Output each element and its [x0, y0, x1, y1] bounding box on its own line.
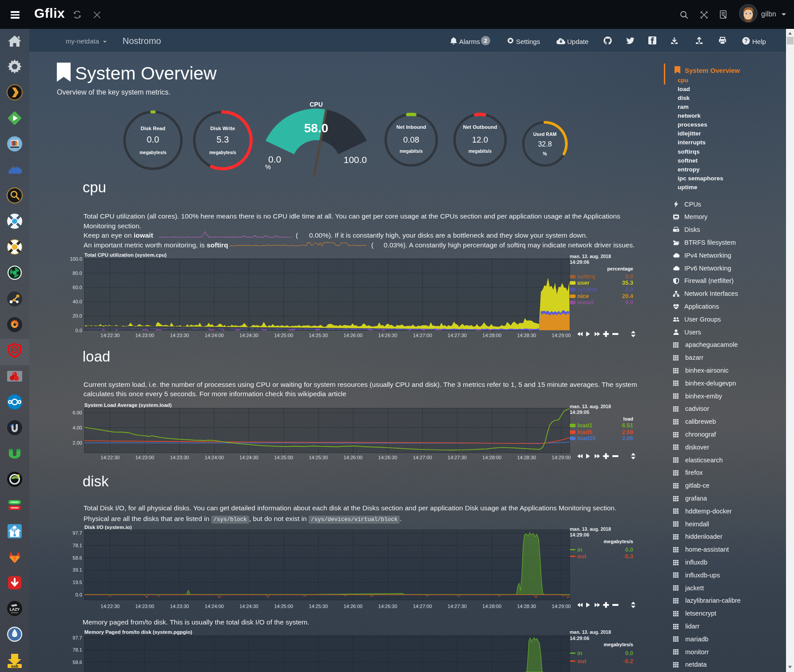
svg-text:58.6: 58.6	[73, 555, 82, 561]
svg-text:14:28:30: 14:28:30	[517, 604, 536, 609]
svg-text:14:29:00: 14:29:00	[552, 333, 571, 338]
svg-text:14:25:00: 14:25:00	[274, 333, 293, 338]
svg-text:80.0: 80.0	[73, 270, 82, 276]
svg-text:20.0: 20.0	[73, 313, 82, 318]
svg-text:14:26:30: 14:26:30	[378, 604, 397, 609]
svg-text:14:28:30: 14:28:30	[517, 333, 536, 338]
svg-text:78.1: 78.1	[73, 543, 82, 548]
svg-text:14:22:30: 14:22:30	[101, 455, 120, 460]
svg-text:4.00: 4.00	[73, 425, 82, 430]
svg-text:14:29:00: 14:29:00	[552, 455, 571, 460]
svg-text:14:27:30: 14:27:30	[448, 604, 467, 609]
svg-text:14:29:00: 14:29:00	[552, 604, 571, 609]
svg-text:14:26:00: 14:26:00	[344, 604, 363, 609]
svg-text:14:28:00: 14:28:00	[482, 604, 501, 609]
svg-text:14:24:00: 14:24:00	[205, 604, 224, 609]
svg-text:14:25:30: 14:25:30	[309, 333, 328, 338]
svg-text:2.00: 2.00	[73, 440, 82, 445]
svg-text:14:24:30: 14:24:30	[239, 455, 258, 460]
svg-text:14:22:30: 14:22:30	[101, 604, 120, 609]
svg-text:19.5: 19.5	[73, 580, 82, 585]
svg-text:6.00: 6.00	[73, 410, 82, 415]
svg-text:14:25:00: 14:25:00	[274, 455, 293, 460]
svg-text:60.0: 60.0	[73, 285, 82, 290]
svg-text:14:24:00: 14:24:00	[205, 455, 224, 460]
svg-text:14:24:00: 14:24:00	[205, 333, 224, 338]
svg-text:14:23:00: 14:23:00	[135, 333, 155, 338]
svg-text:100.0: 100.0	[70, 256, 82, 262]
svg-text:14:28:30: 14:28:30	[517, 455, 536, 460]
svg-text:14:27:30: 14:27:30	[448, 455, 467, 460]
svg-text:14:25:30: 14:25:30	[309, 455, 328, 460]
svg-text:78.1: 78.1	[73, 647, 82, 652]
svg-text:14:28:00: 14:28:00	[482, 455, 501, 460]
svg-text:0.0: 0.0	[75, 592, 82, 597]
svg-text:14:23:30: 14:23:30	[170, 604, 189, 609]
svg-text:14:24:30: 14:24:30	[239, 333, 258, 338]
svg-text:0.0: 0.0	[75, 328, 82, 333]
svg-text:14:23:30: 14:23:30	[170, 333, 189, 338]
svg-text:14:23:00: 14:23:00	[135, 455, 155, 460]
svg-text:14:26:00: 14:26:00	[344, 333, 363, 338]
svg-text:14:25:00: 14:25:00	[274, 604, 293, 609]
svg-text:14:24:30: 14:24:30	[239, 604, 258, 609]
svg-text:14:26:00: 14:26:00	[344, 455, 363, 460]
svg-text:14:28:00: 14:28:00	[482, 333, 501, 338]
svg-text:14:26:30: 14:26:30	[378, 455, 397, 460]
svg-text:14:22:30: 14:22:30	[101, 333, 120, 338]
svg-text:39.1: 39.1	[73, 567, 82, 573]
svg-text:14:27:00: 14:27:00	[413, 333, 432, 338]
svg-text:14:23:30: 14:23:30	[170, 455, 189, 460]
svg-text:97.7: 97.7	[73, 530, 82, 536]
svg-text:97.7: 97.7	[73, 635, 82, 640]
svg-text:14:27:00: 14:27:00	[413, 455, 432, 460]
svg-text:14:23:00: 14:23:00	[135, 604, 155, 609]
svg-text:14:27:00: 14:27:00	[413, 604, 432, 609]
svg-text:14:27:30: 14:27:30	[448, 333, 467, 338]
svg-text:14:25:30: 14:25:30	[309, 604, 328, 609]
svg-text:40.0: 40.0	[73, 299, 82, 304]
svg-text:?: ?	[744, 38, 747, 44]
svg-text:58.6: 58.6	[73, 660, 82, 665]
svg-text:14:26:30: 14:26:30	[378, 333, 397, 338]
